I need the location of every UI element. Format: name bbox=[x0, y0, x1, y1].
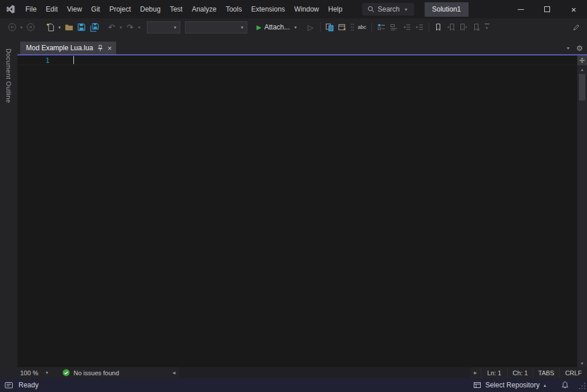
menu-test[interactable]: Test bbox=[165, 0, 187, 18]
code-editor[interactable]: 1 bbox=[17, 55, 577, 367]
start-without-debugging-button[interactable]: ▷ bbox=[304, 21, 317, 33]
text-cursor bbox=[73, 56, 74, 64]
scrollbar-track[interactable] bbox=[577, 101, 587, 359]
new-file-dropdown[interactable]: ▾ bbox=[57, 25, 62, 30]
menu-file[interactable]: File bbox=[21, 0, 41, 18]
open-file-button[interactable] bbox=[62, 21, 75, 33]
new-file-button[interactable] bbox=[44, 21, 57, 33]
minimize-button[interactable] bbox=[507, 0, 534, 18]
editor-status-left: 100 % ▾ No issues found bbox=[17, 367, 169, 378]
status-bar: Ready Select Repository ▴ bbox=[0, 378, 587, 392]
tab-close-icon[interactable]: × bbox=[107, 44, 112, 52]
list-members-button[interactable] bbox=[375, 21, 388, 33]
spell-check-button[interactable]: abc bbox=[356, 21, 369, 33]
line-number: 1 bbox=[17, 56, 58, 65]
menu-tools[interactable]: Tools bbox=[221, 0, 247, 18]
health-label: No issues found bbox=[73, 369, 119, 376]
status-bar-right: Select Repository ▴ bbox=[465, 378, 587, 392]
chevron-down-icon: ▾ bbox=[239, 25, 245, 30]
feedback-button[interactable] bbox=[570, 21, 582, 33]
workspace: Document Outline Mod Example Lua.lua × ▾… bbox=[0, 36, 587, 378]
repository-label: Select Repository bbox=[485, 381, 540, 389]
gear-icon[interactable]: ⚙ bbox=[576, 44, 583, 52]
attach-button[interactable]: ▶ Attach... ▾ bbox=[254, 21, 301, 33]
editor-group: Mod Example Lua.lua × ▾ ⚙ 1 bbox=[17, 36, 587, 378]
scroll-up-button[interactable]: ▲ bbox=[577, 65, 587, 73]
scrollbar-thumb[interactable] bbox=[579, 74, 585, 100]
navigate-backward-button[interactable] bbox=[6, 21, 18, 33]
editor-status-bar: 100 % ▾ No issues found ◀ ▶ Ln: 1 Ch: 1 … bbox=[17, 367, 587, 378]
scroll-down-button[interactable]: ▼ bbox=[577, 359, 587, 367]
active-files-dropdown[interactable]: ▾ bbox=[565, 46, 571, 51]
next-bookmark-button[interactable] bbox=[458, 21, 470, 33]
undo-button[interactable]: ↶ bbox=[105, 21, 118, 33]
tab-mod-example-lua[interactable]: Mod Example Lua.lua × bbox=[20, 42, 116, 54]
maximize-icon bbox=[544, 6, 550, 12]
menu-edit[interactable]: Edit bbox=[41, 0, 62, 18]
notifications-button[interactable] bbox=[554, 381, 576, 389]
menu-analyze[interactable]: Analyze bbox=[187, 0, 221, 18]
save-button[interactable] bbox=[75, 21, 88, 33]
chevron-down-icon: ▾ bbox=[44, 370, 50, 375]
toolbar-grip-icon bbox=[349, 21, 356, 33]
vertical-scrollbar[interactable]: ▲ ▼ bbox=[577, 55, 587, 367]
toolbar-separator bbox=[429, 23, 429, 32]
menu-window[interactable]: Window bbox=[289, 0, 324, 18]
redo-dropdown[interactable]: ▾ bbox=[136, 25, 142, 30]
solution-explorer-button[interactable] bbox=[324, 21, 336, 33]
search-box[interactable]: Search ▾ bbox=[362, 3, 414, 16]
menu-debug[interactable]: Debug bbox=[136, 0, 165, 18]
play-icon: ▶ bbox=[257, 24, 261, 31]
solution-configurations-combobox[interactable]: ▾ bbox=[147, 21, 180, 33]
navigate-backward-dropdown[interactable]: ▾ bbox=[18, 25, 24, 30]
menu-help[interactable]: Help bbox=[324, 0, 347, 18]
zoom-selector[interactable]: 100 % ▾ bbox=[17, 367, 53, 378]
visual-studio-logo-icon bbox=[0, 5, 21, 14]
standard-toolbar: ▾ ▾ ↶ ▾ ↷ ▾ ▾ ▾ ▶ bbox=[0, 18, 587, 36]
pin-icon[interactable] bbox=[97, 45, 103, 51]
indent-mode-indicator[interactable]: TABS bbox=[533, 367, 559, 378]
document-outline-label: Document Outline bbox=[5, 48, 12, 103]
attach-label: Attach... bbox=[264, 23, 289, 31]
undo-dropdown[interactable]: ▾ bbox=[118, 25, 124, 30]
column-indicator: Ch: 1 bbox=[507, 367, 533, 378]
scroll-left-button[interactable]: ◀ bbox=[169, 367, 179, 378]
scroll-right-button[interactable]: ▶ bbox=[470, 367, 481, 378]
menu-git[interactable]: Git bbox=[87, 0, 105, 18]
code-line-1: 1 bbox=[17, 55, 577, 65]
menu-view[interactable]: View bbox=[62, 0, 87, 18]
redo-button[interactable]: ↷ bbox=[124, 21, 136, 33]
document-health-indicator[interactable]: No issues found bbox=[62, 369, 119, 376]
select-repository-button[interactable]: Select Repository ▴ bbox=[465, 378, 554, 392]
menu-bar: File Edit View Git Project Debug Test An… bbox=[21, 0, 347, 18]
solution-platforms-combobox[interactable]: ▾ bbox=[185, 21, 247, 33]
visual-studio-window: File Edit View Git Project Debug Test An… bbox=[0, 0, 587, 392]
chevron-down-icon: ▾ bbox=[403, 7, 409, 12]
line-ending-indicator[interactable]: CRLF bbox=[559, 367, 587, 378]
chevron-down-icon: ▾ bbox=[484, 25, 490, 31]
resize-grip[interactable] bbox=[578, 382, 586, 391]
solution-name-button[interactable]: Solution1 bbox=[425, 2, 469, 17]
search-label: Search bbox=[378, 5, 400, 13]
menu-extensions[interactable]: Extensions bbox=[247, 0, 290, 18]
window-controls: × bbox=[507, 0, 587, 18]
toggle-bookmark-button[interactable] bbox=[432, 21, 445, 33]
maximize-button[interactable] bbox=[534, 0, 560, 18]
document-outline-panel-tab[interactable]: Document Outline bbox=[0, 36, 17, 378]
tab-bar-controls: ▾ ⚙ bbox=[565, 42, 587, 54]
editor-splitter-handle[interactable] bbox=[577, 55, 587, 65]
toolbar-separator bbox=[320, 23, 321, 32]
parameter-info-button[interactable] bbox=[388, 21, 400, 33]
decrease-indent-button[interactable] bbox=[400, 21, 413, 33]
close-button[interactable]: × bbox=[560, 0, 587, 18]
menu-project[interactable]: Project bbox=[105, 0, 135, 18]
previous-bookmark-button[interactable] bbox=[445, 21, 458, 33]
clear-bookmarks-button[interactable] bbox=[470, 21, 483, 33]
navigate-forward-button[interactable] bbox=[24, 21, 37, 33]
increase-indent-button[interactable] bbox=[413, 21, 426, 33]
toolbar-overflow-button[interactable]: ▾ bbox=[483, 21, 491, 33]
horizontal-scrollbar-track[interactable] bbox=[179, 367, 470, 378]
toolbar-separator bbox=[371, 23, 372, 32]
properties-window-button[interactable] bbox=[336, 21, 349, 33]
save-all-button[interactable] bbox=[88, 21, 101, 33]
